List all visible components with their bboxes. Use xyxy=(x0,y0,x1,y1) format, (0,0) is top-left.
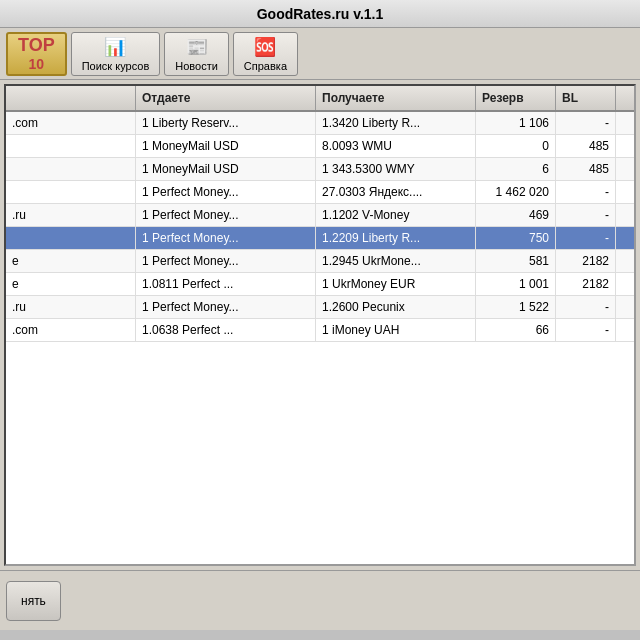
table-cell xyxy=(6,181,136,203)
table-cell: 1 UkrMoney EUR xyxy=(316,273,476,295)
search-button[interactable]: 📊 Поиск курсов xyxy=(71,32,161,76)
table-cell: 1 Liberty Reserv... xyxy=(136,112,316,134)
table-cell: 1.1202 V-Money xyxy=(316,204,476,226)
col-header-2[interactable]: Отдаете xyxy=(136,86,316,110)
help-button[interactable]: 🆘 Справка xyxy=(233,32,298,76)
table-cell: 1 MoneyMail USD xyxy=(136,158,316,180)
table-cell: - xyxy=(556,204,616,226)
help-icon: 🆘 xyxy=(254,36,276,58)
table-cell: e xyxy=(6,273,136,295)
table-cell: 1.0811 Perfect ... xyxy=(136,273,316,295)
table-cell: 1 Perfect Money... xyxy=(136,296,316,318)
col-header-5[interactable]: BL xyxy=(556,86,616,110)
table-cell: .ru xyxy=(6,204,136,226)
search-label: Поиск курсов xyxy=(82,60,150,72)
col-header-4[interactable]: Резерв xyxy=(476,86,556,110)
table-cell: .com xyxy=(6,112,136,134)
table-cell: 66 xyxy=(476,319,556,341)
table-cell: 750 xyxy=(476,227,556,249)
table-cell: e xyxy=(6,250,136,272)
table-cell: 1 001 xyxy=(476,273,556,295)
table-cell: - xyxy=(556,181,616,203)
table-cell: 1 Perfect Money... xyxy=(136,250,316,272)
table-cell: .ru xyxy=(6,296,136,318)
table-cell: 1 Perfect Money... xyxy=(136,204,316,226)
table-row[interactable]: .ru1 Perfect Money...1.2600 Pecunix1 522… xyxy=(6,296,634,319)
news-icon: 📰 xyxy=(186,36,208,58)
table-row[interactable]: .com1 Liberty Reserv...1.3420 Liberty R.… xyxy=(6,112,634,135)
table-row[interactable]: 1 Perfect Money...1.2209 Liberty R...750… xyxy=(6,227,634,250)
table-cell xyxy=(6,158,136,180)
table-cell: - xyxy=(556,112,616,134)
col-header-1[interactable] xyxy=(6,86,136,110)
table-cell: 1 522 xyxy=(476,296,556,318)
table-cell: 1 343.5300 WMY xyxy=(316,158,476,180)
action-button[interactable]: нять xyxy=(6,581,61,621)
table-cell: 1.2945 UkrMone... xyxy=(316,250,476,272)
table-cell: 1.0638 Perfect ... xyxy=(136,319,316,341)
table-row[interactable]: .com1.0638 Perfect ...1 iMoney UAH66- xyxy=(6,319,634,342)
table-cell: 8.0093 WMU xyxy=(316,135,476,157)
table-cell: 27.0303 Яндекс.... xyxy=(316,181,476,203)
col-header-3[interactable]: Получаете xyxy=(316,86,476,110)
help-label: Справка xyxy=(244,60,287,72)
app-title: GoodRates.ru v.1.1 xyxy=(257,6,384,22)
table-row[interactable]: 1 Perfect Money...27.0303 Яндекс....1 46… xyxy=(6,181,634,204)
bottom-bar: нять xyxy=(0,570,640,630)
table-cell: - xyxy=(556,227,616,249)
table-cell: 1.3420 Liberty R... xyxy=(316,112,476,134)
table-cell: 2182 xyxy=(556,250,616,272)
table-cell xyxy=(6,227,136,249)
top10-sub: 10 xyxy=(29,56,45,72)
search-icon: 📊 xyxy=(104,36,126,58)
news-label: Новости xyxy=(175,60,218,72)
top10-label: TOP xyxy=(18,36,55,54)
table-cell: 1 462 020 xyxy=(476,181,556,203)
table-cell: 2182 xyxy=(556,273,616,295)
table-cell: - xyxy=(556,319,616,341)
table-row[interactable]: e1.0811 Perfect ...1 UkrMoney EUR1 00121… xyxy=(6,273,634,296)
table-cell: 6 xyxy=(476,158,556,180)
table-cell: - xyxy=(556,296,616,318)
table-cell: 1.2209 Liberty R... xyxy=(316,227,476,249)
table-cell xyxy=(6,135,136,157)
top10-button[interactable]: TOP 10 xyxy=(6,32,67,76)
news-button[interactable]: 📰 Новости xyxy=(164,32,229,76)
table-cell: .com xyxy=(6,319,136,341)
table-header: Отдаете Получаете Резерв BL xyxy=(6,86,634,112)
table-cell: 581 xyxy=(476,250,556,272)
table-row[interactable]: 1 MoneyMail USD1 343.5300 WMY6485 xyxy=(6,158,634,181)
table-cell: 1.2600 Pecunix xyxy=(316,296,476,318)
table-cell: 1 MoneyMail USD xyxy=(136,135,316,157)
table-cell: 1 Perfect Money... xyxy=(136,181,316,203)
table-cell: 1 Perfect Money... xyxy=(136,227,316,249)
table-cell: 469 xyxy=(476,204,556,226)
table-cell: 485 xyxy=(556,135,616,157)
table-cell: 485 xyxy=(556,158,616,180)
table-cell: 1 iMoney UAH xyxy=(316,319,476,341)
table-row[interactable]: e1 Perfect Money...1.2945 UkrMone...5812… xyxy=(6,250,634,273)
table-cell: 0 xyxy=(476,135,556,157)
table-row[interactable]: .ru1 Perfect Money...1.1202 V-Money469- xyxy=(6,204,634,227)
table-row[interactable]: 1 MoneyMail USD8.0093 WMU0485 xyxy=(6,135,634,158)
table-body: .com1 Liberty Reserv...1.3420 Liberty R.… xyxy=(6,112,634,562)
table-cell: 1 106 xyxy=(476,112,556,134)
